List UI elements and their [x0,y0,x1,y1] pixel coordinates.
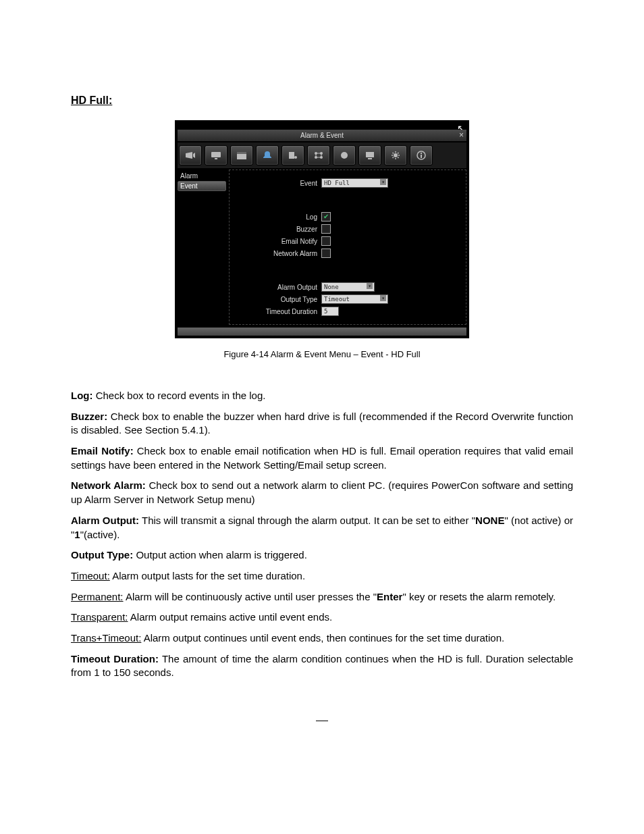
monitor-icon[interactable] [205,145,227,165]
figure-caption: Figure 4-14 Alarm & Event Menu – Event -… [71,349,573,359]
svg-rect-12 [368,158,372,159]
svg-point-5 [294,156,297,159]
dvr-title-text: Alarm & Event [300,132,344,139]
svg-rect-4 [289,152,294,159]
svg-rect-11 [366,152,374,157]
timeout-duration-input[interactable]: 5 [321,307,339,316]
svg-rect-3 [237,152,246,154]
dvr-screenshot: ↖ Alarm & Event × Alarm Eve [71,120,573,338]
footer-rule [316,721,328,721]
timeout-duration-label: Timeout Duration [236,308,321,315]
para-network-alarm: Network Alarm: Check box to send out a n… [71,479,573,506]
output-type-label: Output Type [236,296,321,303]
sidebar-item-alarm[interactable]: Alarm [178,171,226,181]
svg-rect-0 [211,152,221,157]
close-icon[interactable]: × [459,130,464,140]
event-select[interactable]: HD Full [321,178,388,188]
para-output-type: Output Type: Output action when alarm is… [71,548,573,563]
para-trans-timeout-item: Trans+Timeout: Alarm output continues un… [71,631,573,646]
dvr-sidebar: Alarm Event [178,170,226,325]
network-alarm-checkbox[interactable] [321,249,331,258]
svg-rect-1 [215,158,217,159]
para-timeout-duration: Timeout Duration: The amount of time the… [71,652,573,680]
email-notify-label: Email Notify [236,238,321,245]
para-email-notify: Email Notify: Check box to enable email … [71,444,573,472]
dvr-window: ↖ Alarm & Event × Alarm Eve [175,120,469,338]
para-alarm-output: Alarm Output: This will transmit a signa… [71,514,573,542]
schedule-icon[interactable] [230,145,253,165]
info-icon[interactable] [410,145,433,165]
para-buzzer: Buzzer: Check box to enable the buzzer w… [71,410,573,438]
network-icon[interactable] [307,145,330,165]
system-icon[interactable] [384,145,407,165]
log-checkbox[interactable]: ✔ [321,212,331,221]
display-icon[interactable] [358,145,381,165]
svg-point-13 [394,153,398,157]
record-icon[interactable] [333,145,356,165]
svg-point-10 [341,152,348,159]
alarm-output-label: Alarm Output [236,284,321,291]
dvr-titlebar: Alarm & Event × [178,130,466,141]
svg-rect-15 [421,155,422,158]
svg-rect-16 [421,153,422,154]
event-icon[interactable] [281,145,304,165]
para-timeout-item: Timeout: Alarm output lasts for the set … [71,569,573,583]
alarm-bell-icon[interactable] [256,145,279,165]
dvr-footer-bar [178,328,466,336]
para-log: Log: Check box to record events in the l… [71,389,573,403]
output-type-select[interactable]: Timeout [321,294,388,304]
log-label: Log [236,213,321,221]
buzzer-checkbox[interactable] [321,224,331,234]
event-label: Event [236,180,321,187]
section-heading: HD Full: [71,95,573,107]
dvr-toolbar [178,142,466,168]
alarm-output-select[interactable]: None [321,282,375,292]
sidebar-item-event[interactable]: Event [178,181,226,191]
email-notify-checkbox[interactable] [321,236,331,246]
network-alarm-label: Network Alarm [236,250,321,257]
para-transparent-item: Transparent: Alarm output remains active… [71,610,573,625]
camera-icon[interactable] [179,145,202,165]
para-permanent-item: Permanent: Alarm will be continuously ac… [71,590,573,604]
dvr-content: Event HD Full Log ✔ Buzzer Email Notify [229,170,466,325]
buzzer-label: Buzzer [236,226,321,233]
